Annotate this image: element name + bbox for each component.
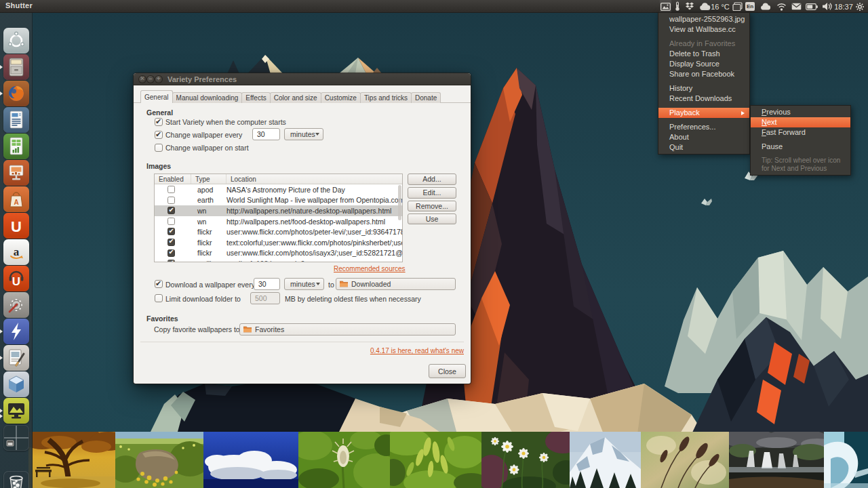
- thumbnail-waterfall-storm[interactable]: [729, 432, 824, 488]
- keyboard-layout-indicator[interactable]: En: [745, 2, 755, 11]
- row-enabled-checkbox[interactable]: [167, 260, 175, 262]
- source-row-wn[interactable]: wnhttp://wallpapers.net/food-desktop-wal…: [155, 216, 402, 227]
- favorites-folder-button[interactable]: Favorites: [239, 323, 456, 336]
- launcher-ubuntu-one-icon[interactable]: U: [3, 213, 29, 239]
- launcher-libreoffice-calc-icon[interactable]: [3, 134, 29, 159]
- row-enabled-checkbox[interactable]: [167, 239, 175, 246]
- tab-general[interactable]: General: [140, 90, 173, 103]
- launcher-libreoffice-writer-icon[interactable]: [3, 107, 29, 133]
- submenu-item-fast-forward[interactable]: Fast Forward: [751, 127, 850, 138]
- menu-item-share-on-facebook[interactable]: Share on Facebook: [658, 69, 749, 79]
- launcher-shutter-icon[interactable]: [3, 345, 29, 371]
- menu-item-delete-to-trash[interactable]: Delete to Trash: [658, 49, 749, 59]
- menu-item-display-source[interactable]: Display Source: [658, 59, 749, 69]
- limit-size-input[interactable]: 500: [250, 292, 280, 304]
- tab-effects[interactable]: Effects: [241, 92, 270, 103]
- row-enabled-checkbox[interactable]: [167, 207, 175, 214]
- submenu-item-next[interactable]: Next: [751, 117, 850, 127]
- row-enabled-checkbox[interactable]: [167, 228, 175, 235]
- menu-item-about[interactable]: About: [658, 132, 749, 142]
- launcher-messenger-icon[interactable]: [3, 319, 29, 344]
- row-enabled-checkbox[interactable]: [167, 249, 175, 257]
- column-header-enabled[interactable]: Enabled: [155, 174, 191, 184]
- clock-label[interactable]: 18:37: [833, 0, 854, 13]
- change-interval-input[interactable]: 30: [252, 128, 280, 140]
- window-minimize-button[interactable]: –: [146, 75, 155, 83]
- launcher-virtualbox-icon[interactable]: [3, 371, 29, 397]
- launcher-libreoffice-impress-icon[interactable]: [3, 160, 29, 186]
- source-row-apod[interactable]: apodNASA's Astronomy Picture of the Day: [155, 184, 402, 195]
- menu-item-history[interactable]: History: [658, 83, 749, 94]
- close-button[interactable]: Close: [429, 364, 466, 378]
- table-scrollbar[interactable]: [398, 185, 401, 220]
- battery-icon[interactable]: [805, 0, 818, 13]
- launcher-variety-icon[interactable]: [3, 398, 29, 424]
- thumbnail-blue-sky-clouds[interactable]: [203, 432, 298, 488]
- source-row-flickr[interactable]: flickruser:www.flickr.com/photos/isayx3/…: [155, 248, 402, 259]
- mail-icon[interactable]: [790, 0, 802, 13]
- thumbnail-green-plant-flower[interactable]: [298, 432, 390, 488]
- session-gear-icon[interactable]: [854, 0, 866, 13]
- thumbnail-autumn-tree[interactable]: [28, 432, 115, 488]
- thumbnail-iceberg[interactable]: [824, 432, 868, 488]
- menu-item-quit[interactable]: Quit: [658, 142, 749, 152]
- download-interval-input[interactable]: 30: [254, 278, 280, 290]
- download-folder-button[interactable]: Downloaded: [336, 278, 456, 290]
- tab-manual-downloading[interactable]: Manual downloading: [172, 92, 243, 103]
- limit-folder-checkbox[interactable]: [155, 294, 163, 302]
- window-titlebar[interactable]: ✕ – + Variety Preferences: [134, 73, 471, 85]
- row-enabled-checkbox[interactable]: [167, 197, 175, 204]
- menu-item-preferences[interactable]: Preferences...: [658, 122, 749, 132]
- launcher-workspace-switcher-icon[interactable]: [3, 425, 29, 451]
- column-header-type[interactable]: Type: [191, 174, 226, 184]
- launcher-dash-home-icon[interactable]: [3, 28, 29, 54]
- thumbnail-meadow-rock[interactable]: [115, 432, 203, 488]
- dropbox-icon[interactable]: [684, 0, 695, 13]
- start-variety-checkbox[interactable]: [155, 118, 163, 126]
- window-maximize-button[interactable]: +: [155, 75, 163, 83]
- remove-button[interactable]: Remove...: [408, 201, 456, 212]
- thumbnail-green-catkins[interactable]: [390, 432, 481, 488]
- source-row-wn[interactable]: wnhttp://wallpapers.net/nature-desktop-w…: [155, 205, 402, 216]
- submenu-item-previous[interactable]: Previous: [751, 107, 850, 117]
- recommended-sources-link[interactable]: Recommended sources: [334, 265, 403, 272]
- change-unit-dropdown[interactable]: minutes: [284, 128, 323, 140]
- use-button[interactable]: Use: [408, 214, 456, 225]
- edit-button[interactable]: Edit...: [408, 187, 456, 199]
- thermometer-icon[interactable]: [673, 0, 682, 13]
- thumbnail-snowy-mountain[interactable]: [570, 432, 641, 488]
- version-link[interactable]: 0.4.17 is here, read what's new: [370, 347, 464, 354]
- launcher-trash-icon[interactable]: [3, 471, 29, 488]
- source-row-flickr[interactable]: flickruser:www.flickr.com/photos/peter-l…: [155, 226, 402, 237]
- add-button[interactable]: Add...: [408, 174, 456, 185]
- launcher-system-settings-icon[interactable]: [3, 292, 29, 318]
- weather-icon[interactable]: [698, 0, 711, 13]
- tab-tips-and-tricks[interactable]: Tips and tricks: [360, 92, 412, 103]
- cloud-sync-icon[interactable]: [760, 0, 772, 13]
- launcher-software-center-icon[interactable]: A: [3, 186, 29, 212]
- row-enabled-checkbox[interactable]: [167, 218, 175, 225]
- wifi-icon[interactable]: [775, 0, 787, 13]
- launcher-file-cabinet-icon[interactable]: [3, 54, 29, 80]
- menu-item-playback[interactable]: Playback: [658, 108, 749, 118]
- change-on-start-checkbox[interactable]: [155, 144, 163, 152]
- row-enabled-checkbox[interactable]: [167, 186, 175, 193]
- source-row-flickr[interactable]: flickrtext:colorful;user:www.flickr.com/…: [155, 237, 402, 248]
- change-wallpaper-every-checkbox[interactable]: [155, 131, 163, 139]
- tab-color-and-size[interactable]: Color and size: [270, 92, 321, 103]
- volume-icon[interactable]: [821, 0, 834, 13]
- launcher-firefox-icon[interactable]: [3, 81, 29, 106]
- source-row-wallbase[interactable]: wallbasemedia=f=108;keyword=2: [155, 258, 402, 262]
- tab-customize[interactable]: Customize: [321, 92, 361, 103]
- download-wallpaper-checkbox[interactable]: [155, 280, 163, 288]
- menu-item-wallpaper-2552963-jpg[interactable]: wallpaper-2552963.jpg: [658, 14, 749, 24]
- workspace-indicator-icon[interactable]: [731, 0, 743, 13]
- menu-item-view-at-wallbase-cc[interactable]: View at Wallbase.cc: [658, 24, 749, 35]
- window-close-button[interactable]: ✕: [138, 75, 146, 83]
- menu-item-recent-downloads[interactable]: Recent Downloads: [658, 94, 749, 104]
- thumbnail-white-daisies[interactable]: [481, 432, 570, 488]
- launcher-ubuntu-one-music-icon[interactable]: U: [3, 266, 29, 291]
- column-header-location[interactable]: Location: [226, 174, 402, 184]
- source-row-earth[interactable]: earthWorld Sunlight Map - live wallpaper…: [155, 195, 402, 206]
- submenu-item-pause[interactable]: Pause: [751, 142, 850, 152]
